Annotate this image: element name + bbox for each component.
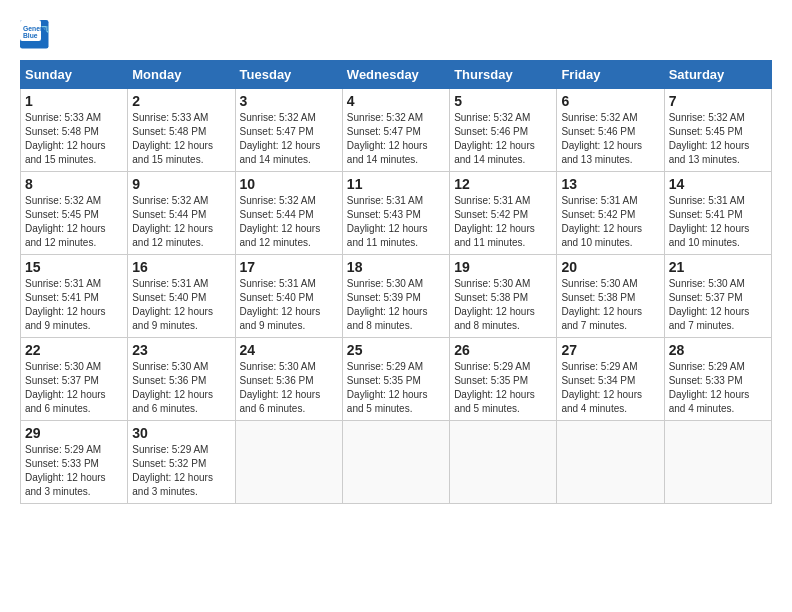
day-number: 16 [132,259,230,275]
day-info: Sunrise: 5:31 AMSunset: 5:40 PMDaylight:… [132,277,230,333]
header-day-friday: Friday [557,61,664,89]
day-number: 14 [669,176,767,192]
day-info: Sunrise: 5:31 AMSunset: 5:42 PMDaylight:… [561,194,659,250]
header-day-thursday: Thursday [450,61,557,89]
day-number: 17 [240,259,338,275]
day-info: Sunrise: 5:32 AMSunset: 5:44 PMDaylight:… [240,194,338,250]
day-info: Sunrise: 5:32 AMSunset: 5:46 PMDaylight:… [454,111,552,167]
day-number: 30 [132,425,230,441]
logo: General Blue [20,20,50,50]
day-info: Sunrise: 5:32 AMSunset: 5:46 PMDaylight:… [561,111,659,167]
calendar-cell [342,421,449,504]
calendar-cell [664,421,771,504]
day-number: 9 [132,176,230,192]
day-info: Sunrise: 5:30 AMSunset: 5:36 PMDaylight:… [240,360,338,416]
day-number: 10 [240,176,338,192]
calendar-cell: 9Sunrise: 5:32 AMSunset: 5:44 PMDaylight… [128,172,235,255]
calendar-cell: 16Sunrise: 5:31 AMSunset: 5:40 PMDayligh… [128,255,235,338]
day-number: 25 [347,342,445,358]
day-number: 22 [25,342,123,358]
day-number: 15 [25,259,123,275]
calendar-table: SundayMondayTuesdayWednesdayThursdayFrid… [20,60,772,504]
week-row-5: 29Sunrise: 5:29 AMSunset: 5:33 PMDayligh… [21,421,772,504]
calendar-cell: 29Sunrise: 5:29 AMSunset: 5:33 PMDayligh… [21,421,128,504]
calendar-cell: 15Sunrise: 5:31 AMSunset: 5:41 PMDayligh… [21,255,128,338]
calendar-cell: 22Sunrise: 5:30 AMSunset: 5:37 PMDayligh… [21,338,128,421]
day-number: 3 [240,93,338,109]
calendar-cell [557,421,664,504]
day-info: Sunrise: 5:31 AMSunset: 5:43 PMDaylight:… [347,194,445,250]
week-row-3: 15Sunrise: 5:31 AMSunset: 5:41 PMDayligh… [21,255,772,338]
day-number: 21 [669,259,767,275]
calendar-cell: 8Sunrise: 5:32 AMSunset: 5:45 PMDaylight… [21,172,128,255]
calendar-cell: 24Sunrise: 5:30 AMSunset: 5:36 PMDayligh… [235,338,342,421]
day-number: 11 [347,176,445,192]
day-number: 8 [25,176,123,192]
day-number: 23 [132,342,230,358]
day-number: 18 [347,259,445,275]
day-info: Sunrise: 5:32 AMSunset: 5:44 PMDaylight:… [132,194,230,250]
calendar-cell: 6Sunrise: 5:32 AMSunset: 5:46 PMDaylight… [557,89,664,172]
calendar-cell: 1Sunrise: 5:33 AMSunset: 5:48 PMDaylight… [21,89,128,172]
week-row-1: 1Sunrise: 5:33 AMSunset: 5:48 PMDaylight… [21,89,772,172]
day-number: 13 [561,176,659,192]
day-number: 5 [454,93,552,109]
svg-text:General: General [23,25,48,32]
calendar-cell [235,421,342,504]
calendar-cell: 23Sunrise: 5:30 AMSunset: 5:36 PMDayligh… [128,338,235,421]
header-day-wednesday: Wednesday [342,61,449,89]
day-number: 7 [669,93,767,109]
day-number: 2 [132,93,230,109]
day-number: 29 [25,425,123,441]
day-info: Sunrise: 5:29 AMSunset: 5:34 PMDaylight:… [561,360,659,416]
header-day-monday: Monday [128,61,235,89]
day-info: Sunrise: 5:30 AMSunset: 5:38 PMDaylight:… [561,277,659,333]
day-number: 19 [454,259,552,275]
calendar-cell: 27Sunrise: 5:29 AMSunset: 5:34 PMDayligh… [557,338,664,421]
calendar-cell: 5Sunrise: 5:32 AMSunset: 5:46 PMDaylight… [450,89,557,172]
day-info: Sunrise: 5:31 AMSunset: 5:41 PMDaylight:… [669,194,767,250]
day-info: Sunrise: 5:30 AMSunset: 5:39 PMDaylight:… [347,277,445,333]
header-day-sunday: Sunday [21,61,128,89]
day-number: 24 [240,342,338,358]
day-info: Sunrise: 5:30 AMSunset: 5:37 PMDaylight:… [25,360,123,416]
day-info: Sunrise: 5:31 AMSunset: 5:40 PMDaylight:… [240,277,338,333]
calendar-cell: 7Sunrise: 5:32 AMSunset: 5:45 PMDaylight… [664,89,771,172]
calendar-cell: 30Sunrise: 5:29 AMSunset: 5:32 PMDayligh… [128,421,235,504]
calendar-cell: 3Sunrise: 5:32 AMSunset: 5:47 PMDaylight… [235,89,342,172]
calendar-cell: 19Sunrise: 5:30 AMSunset: 5:38 PMDayligh… [450,255,557,338]
day-info: Sunrise: 5:32 AMSunset: 5:47 PMDaylight:… [347,111,445,167]
calendar-cell: 25Sunrise: 5:29 AMSunset: 5:35 PMDayligh… [342,338,449,421]
calendar-cell: 12Sunrise: 5:31 AMSunset: 5:42 PMDayligh… [450,172,557,255]
day-info: Sunrise: 5:29 AMSunset: 5:33 PMDaylight:… [25,443,123,499]
header-day-saturday: Saturday [664,61,771,89]
day-number: 27 [561,342,659,358]
day-info: Sunrise: 5:33 AMSunset: 5:48 PMDaylight:… [132,111,230,167]
day-info: Sunrise: 5:30 AMSunset: 5:36 PMDaylight:… [132,360,230,416]
day-number: 26 [454,342,552,358]
calendar-cell: 28Sunrise: 5:29 AMSunset: 5:33 PMDayligh… [664,338,771,421]
header-row: SundayMondayTuesdayWednesdayThursdayFrid… [21,61,772,89]
day-info: Sunrise: 5:33 AMSunset: 5:48 PMDaylight:… [25,111,123,167]
day-info: Sunrise: 5:32 AMSunset: 5:45 PMDaylight:… [25,194,123,250]
day-info: Sunrise: 5:32 AMSunset: 5:45 PMDaylight:… [669,111,767,167]
calendar-cell: 21Sunrise: 5:30 AMSunset: 5:37 PMDayligh… [664,255,771,338]
calendar-cell: 26Sunrise: 5:29 AMSunset: 5:35 PMDayligh… [450,338,557,421]
day-info: Sunrise: 5:31 AMSunset: 5:41 PMDaylight:… [25,277,123,333]
day-info: Sunrise: 5:31 AMSunset: 5:42 PMDaylight:… [454,194,552,250]
day-number: 6 [561,93,659,109]
week-row-2: 8Sunrise: 5:32 AMSunset: 5:45 PMDaylight… [21,172,772,255]
day-info: Sunrise: 5:29 AMSunset: 5:35 PMDaylight:… [347,360,445,416]
day-info: Sunrise: 5:29 AMSunset: 5:35 PMDaylight:… [454,360,552,416]
calendar-cell: 2Sunrise: 5:33 AMSunset: 5:48 PMDaylight… [128,89,235,172]
day-number: 1 [25,93,123,109]
day-info: Sunrise: 5:29 AMSunset: 5:32 PMDaylight:… [132,443,230,499]
calendar-cell: 4Sunrise: 5:32 AMSunset: 5:47 PMDaylight… [342,89,449,172]
day-number: 4 [347,93,445,109]
calendar-cell: 13Sunrise: 5:31 AMSunset: 5:42 PMDayligh… [557,172,664,255]
day-info: Sunrise: 5:30 AMSunset: 5:37 PMDaylight:… [669,277,767,333]
calendar-cell: 14Sunrise: 5:31 AMSunset: 5:41 PMDayligh… [664,172,771,255]
calendar-cell: 20Sunrise: 5:30 AMSunset: 5:38 PMDayligh… [557,255,664,338]
calendar-cell: 10Sunrise: 5:32 AMSunset: 5:44 PMDayligh… [235,172,342,255]
calendar-cell: 11Sunrise: 5:31 AMSunset: 5:43 PMDayligh… [342,172,449,255]
